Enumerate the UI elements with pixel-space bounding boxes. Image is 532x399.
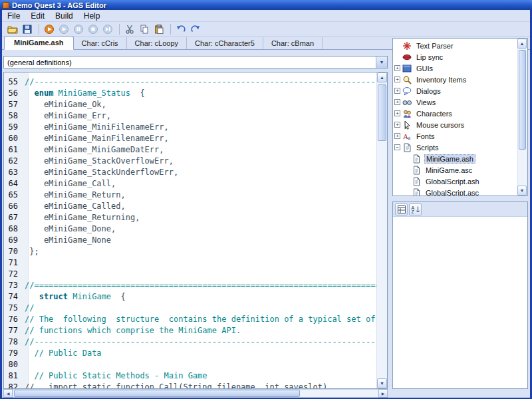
editor-scroll-thumb[interactable] (378, 84, 386, 141)
tree-item-fonts[interactable]: +AaFonts (394, 130, 517, 142)
code-token: eMiniGame_Returning, (25, 213, 140, 222)
save-button[interactable] (21, 23, 34, 36)
line-number: 72 (4, 269, 25, 280)
menu-item-build[interactable]: Build (50, 10, 78, 22)
expand-icon[interactable]: + (394, 65, 400, 71)
script-file-icon (412, 188, 422, 197)
code-token: }; (25, 247, 39, 256)
tree-item-inventory-items[interactable]: +Inventory Items (394, 74, 517, 85)
alphabetical-icon: AZ (411, 205, 420, 214)
tree-item-lip-sync[interactable]: Lip sync (394, 51, 517, 63)
line-number: 77 (4, 325, 25, 336)
tree-scroll-thumb[interactable] (519, 50, 526, 150)
code-line: 58 eMiniGame_Err, (4, 110, 376, 122)
lip-sync-icon (402, 53, 413, 62)
pause-button[interactable] (72, 23, 85, 36)
alphabetical-button[interactable]: AZ (409, 203, 422, 215)
step-button[interactable] (101, 23, 114, 36)
code-token: // Public Static Methods - Main Game (25, 371, 207, 380)
paste-button[interactable] (152, 23, 166, 36)
tree-vertical-scrollbar[interactable]: ▲ ▼ (517, 39, 527, 196)
tree-item-label: GlobalScript.asc (424, 189, 480, 197)
tree-item-guis[interactable]: +GUIs (394, 63, 517, 74)
editor-horizontal-scrollbar[interactable]: ◀ ▶ (3, 389, 388, 398)
tab-char-cloopy[interactable]: Char: cLoopy (127, 37, 187, 49)
tree-item-characters[interactable]: +Characters (394, 108, 517, 119)
tab-char-ccris[interactable]: Char: cCris (74, 37, 127, 49)
menu-item-file[interactable]: File (2, 10, 25, 22)
expand-icon[interactable]: + (394, 110, 400, 116)
menu-item-edit[interactable]: Edit (25, 10, 50, 22)
code-line: 67 eMiniGame_Returning, (4, 212, 376, 223)
horizontal-scroll-thumb[interactable] (14, 390, 300, 397)
tree-item-mouse-cursors[interactable]: +Mouse cursors (394, 119, 517, 130)
code-token (25, 292, 39, 301)
line-number: 81 (4, 370, 25, 382)
tree-item-scripts[interactable]: −Scripts (394, 142, 517, 153)
svg-text:Z: Z (411, 209, 414, 214)
expand-icon[interactable]: + (394, 122, 400, 128)
tree-item-globalscript-asc[interactable]: GlobalScript.asc (394, 187, 517, 196)
line-number: 59 (4, 122, 25, 133)
line-number: 74 (4, 291, 25, 303)
tree-item-label: Views (415, 98, 437, 106)
expand-icon[interactable]: + (394, 133, 400, 139)
code-line: 80 (4, 359, 376, 370)
title-bar[interactable]: Demo Quest 3 - AGS Editor (0, 0, 532, 10)
editor-vertical-scrollbar[interactable]: ▲ ▼ (376, 72, 387, 388)
toolbar-separator (119, 24, 120, 35)
chevron-down-icon[interactable]: ▼ (376, 57, 387, 68)
tab-char-cbman[interactable]: Char: cBman (263, 37, 323, 49)
code-line: 69 eMiniGame_None (4, 235, 376, 246)
code-line: 71 (4, 257, 376, 269)
tab-char-ccharacter5[interactable]: Char: cCharacter5 (187, 37, 263, 49)
scroll-up-arrow[interactable]: ▲ (377, 72, 387, 82)
code-token: // import static function Call(String fi… (25, 382, 327, 389)
play-button[interactable] (57, 23, 70, 36)
undo-button[interactable] (174, 23, 188, 36)
code-token: eMiniGame_Err, (25, 111, 111, 120)
code-token (25, 88, 34, 98)
tree-item-text-parser[interactable]: Text Parser (394, 40, 517, 51)
expand-icon[interactable]: + (394, 99, 400, 105)
code-token: eMiniGame_Ok, (25, 100, 106, 109)
tree-item-label: MiniGame.ash (424, 154, 475, 164)
redo-button[interactable] (189, 23, 202, 36)
run-game-button[interactable] (43, 23, 56, 36)
scroll-left-arrow[interactable]: ◀ (3, 389, 13, 398)
open-button[interactable] (6, 23, 19, 36)
tree-item-minigame-ash[interactable]: MiniGame.ash (394, 153, 517, 164)
line-number: 65 (4, 190, 25, 201)
stop-button[interactable] (86, 23, 100, 36)
code-line: 64 eMiniGame_Call, (4, 178, 376, 190)
function-selector[interactable]: (general definitions) ▼ (3, 56, 388, 68)
menu-item-help[interactable]: Help (78, 10, 106, 22)
scroll-right-arrow[interactable]: ▶ (378, 389, 388, 398)
code-editor[interactable]: 55//------------------------------------… (3, 72, 388, 389)
tree-item-label: GlobalScript.ash (424, 178, 481, 186)
collapse-icon[interactable]: − (394, 144, 400, 150)
line-number: 64 (4, 178, 25, 190)
function-selector-value: (general definitions) (4, 59, 376, 66)
menu-bar: FileEditBuildHelp (2, 10, 530, 22)
tree-item-globalscript-ash[interactable]: GlobalScript.ash (394, 176, 517, 187)
tree-item-views[interactable]: +Views (394, 96, 517, 108)
expand-icon[interactable]: + (394, 88, 400, 94)
app-window: Demo Quest 3 - AGS Editor FileEditBuildH… (0, 0, 532, 399)
line-number: 68 (4, 223, 25, 235)
cut-button[interactable] (123, 23, 136, 36)
tree-scroll-up-arrow[interactable]: ▲ (517, 39, 527, 49)
expand-icon[interactable]: + (394, 76, 400, 82)
properties-grid[interactable] (393, 217, 527, 388)
tree-item-minigame-asc[interactable]: MiniGame.asc (394, 164, 517, 176)
scroll-down-arrow[interactable]: ▼ (377, 378, 387, 388)
tree-item-dialogs[interactable]: +Dialogs (394, 85, 517, 96)
tree-scroll-down-arrow[interactable]: ▼ (517, 186, 527, 196)
copy-button[interactable] (138, 23, 151, 36)
categorized-button[interactable] (395, 203, 408, 215)
toolbar-separator (39, 24, 39, 35)
line-number: 80 (4, 359, 25, 370)
line-number: 62 (4, 156, 25, 167)
toolbar (2, 22, 530, 37)
tab-minigame-ash[interactable]: MiniGame.ash (4, 36, 74, 50)
